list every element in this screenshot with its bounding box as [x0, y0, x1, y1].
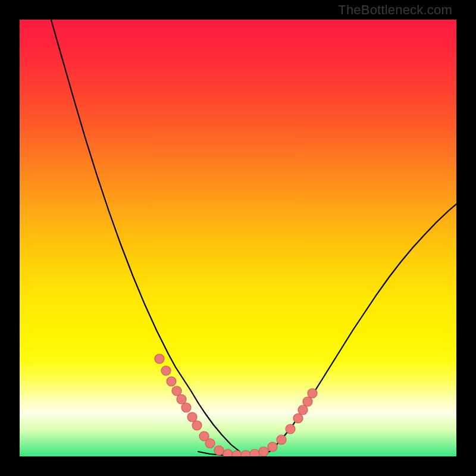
- dot: [277, 435, 286, 444]
- dot: [223, 449, 233, 456]
- chart-frame: TheBottleneck.com: [0, 0, 476, 476]
- dot: [177, 394, 186, 404]
- dot: [298, 405, 308, 415]
- dot: [293, 414, 303, 423]
- dot: [167, 377, 176, 386]
- dot: [172, 386, 181, 396]
- dot: [192, 421, 202, 430]
- dot: [259, 447, 268, 456]
- dot: [268, 442, 277, 452]
- chart-svg: [20, 20, 456, 456]
- highlight-dots: [155, 354, 317, 456]
- dot: [181, 403, 191, 412]
- dot: [308, 389, 317, 398]
- dot: [286, 424, 295, 434]
- watermark-label: TheBottleneck.com: [338, 2, 452, 18]
- dot: [232, 450, 242, 456]
- dot: [241, 450, 250, 456]
- curve-left: [49, 20, 240, 452]
- dot: [187, 412, 197, 422]
- dot: [161, 366, 171, 375]
- dot: [250, 449, 259, 456]
- dot: [205, 439, 215, 448]
- plot-area: [20, 20, 456, 456]
- dot: [214, 446, 224, 455]
- dot: [303, 397, 312, 406]
- dot: [155, 354, 164, 364]
